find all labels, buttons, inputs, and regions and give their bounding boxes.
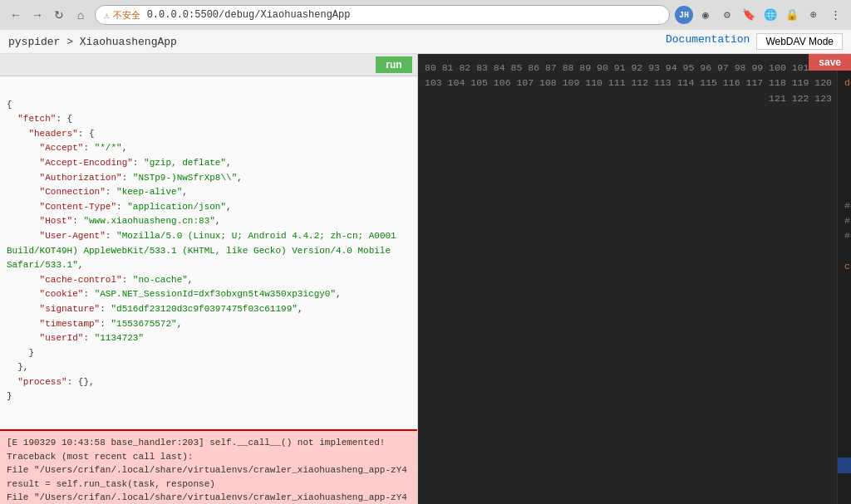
error-line-2: Traceback (most recent call last):	[7, 450, 411, 464]
run-button[interactable]: run	[376, 56, 411, 73]
breadcrumb: pyspider > XiaohuashengApp	[8, 36, 177, 48]
home-button[interactable]: ⌂	[71, 6, 90, 24]
address-bar[interactable]: ⚠ 不安全 0.0.0.0:5500/debug/XiaohuashengApp	[95, 5, 670, 25]
more-button[interactable]: ⋮	[826, 6, 844, 24]
extension-icon-4: 🌐	[761, 6, 780, 24]
error-line-4: result = self.run_task(task, response)	[7, 477, 411, 492]
toolbar-icons: JH ◉ ⚙ 🔖 🌐 🔒 ⊕ ⋮	[675, 6, 844, 24]
header-right: Documentation WebDAV Mode	[666, 33, 843, 50]
browser-toolbar: ← → ↻ ⌂ ⚠ 不安全 0.0.0.0:5500/debug/Xiaohua…	[0, 0, 851, 30]
extension-icon-6: ⊕	[804, 6, 823, 24]
security-icon: ⚠	[104, 10, 110, 21]
browser-chrome: ← → ↻ ⌂ ⚠ 不安全 0.0.0.0:5500/debug/Xiaohua…	[0, 0, 851, 30]
app-header: pyspider > XiaohuashengApp Documentation…	[0, 30, 851, 54]
security-label: 不安全	[113, 9, 140, 22]
webdav-button[interactable]: WebDAV Mode	[756, 33, 843, 50]
split-container: run { "fetch": { "headers": { "Accept": …	[0, 54, 851, 504]
error-console: [E 190329 10:43:58 base_handler:203] sel…	[0, 429, 417, 504]
line-numbers: 80 81 82 83 84 85 86 87 88 89 90 91 92 9…	[418, 54, 838, 504]
documentation-link[interactable]: Documentation	[666, 33, 750, 50]
extension-icon-2: ⚙	[718, 6, 736, 24]
code-content-right[interactable]: def loadJsonFromFile(fullFilename): """l…	[838, 54, 851, 504]
save-button[interactable]: save	[809, 54, 851, 71]
right-pane: save 80 81 82 83 84 85 86 87 88 89 90 91…	[418, 54, 851, 504]
extension-icon-5: 🔒	[783, 6, 801, 24]
nav-buttons: ← → ↻ ⌂	[7, 6, 90, 24]
left-code-content: { "fetch": { "headers": { "Accept": "*/*…	[0, 76, 417, 429]
address-text: 0.0.0.0:5500/debug/XiaohuashengApp	[147, 9, 351, 21]
error-line-5: File "/Users/crifan/.local/share/virtual…	[7, 491, 411, 504]
extension-icon-1: ◉	[696, 6, 715, 24]
error-line-1: [E 190329 10:43:58 base_handler:203] sel…	[7, 436, 411, 450]
avatar-icon: JH	[675, 6, 693, 24]
forward-button[interactable]: →	[28, 6, 47, 24]
reload-button[interactable]: ↻	[50, 6, 68, 24]
extension-icon-3: 🔖	[740, 6, 758, 24]
left-pane: run { "fetch": { "headers": { "Accept": …	[0, 54, 418, 504]
left-code-area: run { "fetch": { "headers": { "Accept": …	[0, 54, 417, 429]
back-button[interactable]: ←	[7, 6, 25, 24]
error-line-3: File "/Users/crifan/.local/share/virtual…	[7, 463, 411, 477]
